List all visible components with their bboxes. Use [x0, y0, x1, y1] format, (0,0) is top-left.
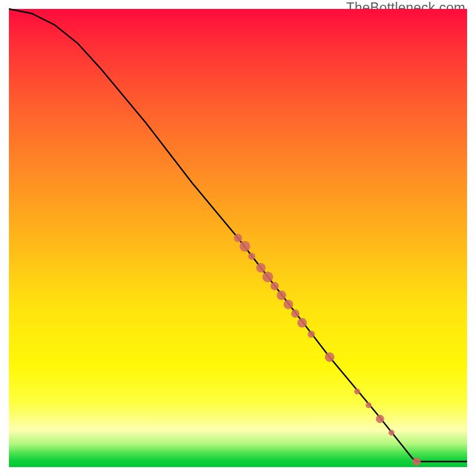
data-point [366, 402, 372, 408]
data-point [284, 300, 293, 309]
chart-svg [9, 9, 467, 467]
data-point [376, 415, 384, 423]
data-points [234, 234, 421, 466]
data-point [412, 458, 421, 466]
data-point [325, 352, 334, 362]
data-point [277, 290, 286, 300]
data-point [389, 430, 394, 436]
data-point [354, 389, 360, 394]
data-point [291, 309, 299, 318]
chart-container: TheBottleneck.com [0, 0, 476, 476]
data-point [308, 331, 315, 338]
data-point [271, 282, 279, 290]
data-point [298, 318, 307, 328]
data-point [262, 271, 273, 282]
data-point [248, 253, 255, 260]
data-point [256, 263, 266, 273]
data-point [240, 241, 250, 252]
data-point [234, 234, 242, 242]
plot-area [9, 9, 467, 467]
